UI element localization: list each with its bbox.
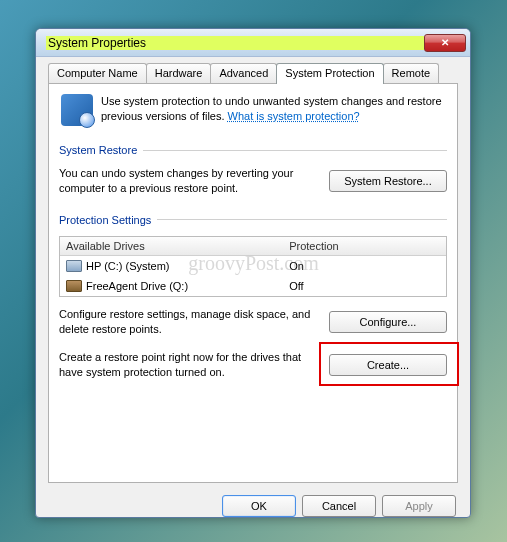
header-protection[interactable]: Protection — [283, 237, 446, 255]
protection-settings-label: Protection Settings — [59, 214, 447, 226]
dialog-buttons: OK Cancel Apply — [36, 491, 470, 517]
header-available-drives[interactable]: Available Drives — [60, 237, 283, 255]
system-restore-label: System Restore — [59, 144, 447, 156]
drives-header: Available Drives Protection — [60, 237, 446, 256]
drive-status: On — [283, 258, 446, 274]
info-text: Use system protection to undo unwanted s… — [101, 94, 445, 124]
tab-strip: Computer Name Hardware Advanced System P… — [36, 57, 470, 83]
close-icon: ✕ — [441, 37, 449, 48]
tab-computer-name[interactable]: Computer Name — [48, 63, 147, 83]
drive-name: FreeAgent Drive (Q:) — [86, 280, 188, 292]
drive-row[interactable]: HP (C:) (System) On — [60, 256, 446, 276]
system-protection-icon — [61, 94, 93, 126]
close-button[interactable]: ✕ — [424, 34, 466, 52]
drive-icon — [66, 280, 82, 292]
titlebar[interactable]: System Properties ✕ — [36, 29, 470, 57]
protection-settings-group: Protection Settings Available Drives Pro… — [59, 214, 447, 380]
system-restore-text: You can undo system changes by reverting… — [59, 166, 319, 196]
tab-system-protection[interactable]: System Protection — [276, 63, 383, 84]
tab-remote[interactable]: Remote — [383, 63, 440, 83]
cancel-button[interactable]: Cancel — [302, 495, 376, 517]
system-restore-group: System Restore You can undo system chang… — [59, 144, 447, 196]
configure-button[interactable]: Configure... — [329, 311, 447, 333]
window-title: System Properties — [46, 36, 424, 50]
drives-table: Available Drives Protection HP (C:) (Sys… — [59, 236, 447, 297]
apply-button[interactable]: Apply — [382, 495, 456, 517]
tab-content: Use system protection to undo unwanted s… — [48, 83, 458, 483]
ok-button[interactable]: OK — [222, 495, 296, 517]
system-restore-button[interactable]: System Restore... — [329, 170, 447, 192]
help-link[interactable]: What is system protection? — [228, 110, 360, 122]
system-properties-window: System Properties ✕ Computer Name Hardwa… — [35, 28, 471, 518]
configure-text: Configure restore settings, manage disk … — [59, 307, 319, 337]
info-row: Use system protection to undo unwanted s… — [59, 94, 447, 126]
tab-hardware[interactable]: Hardware — [146, 63, 212, 83]
drive-row[interactable]: FreeAgent Drive (Q:) Off — [60, 276, 446, 296]
drive-icon — [66, 260, 82, 272]
create-text: Create a restore point right now for the… — [59, 350, 319, 380]
drive-name: HP (C:) (System) — [86, 260, 170, 272]
tab-advanced[interactable]: Advanced — [210, 63, 277, 83]
drive-status: Off — [283, 278, 446, 294]
create-button[interactable]: Create... — [329, 354, 447, 376]
